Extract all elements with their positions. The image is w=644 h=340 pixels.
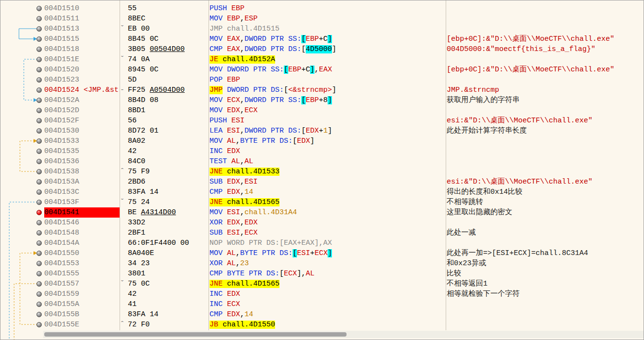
breakpoint-dot[interactable] <box>36 251 42 256</box>
breakpoint-dot[interactable] <box>36 77 42 83</box>
bytes-cell[interactable]: 42 <box>120 146 209 156</box>
comment-cell[interactable] <box>447 24 644 34</box>
address-cell[interactable]: 004D1523 <box>44 75 120 85</box>
disasm-row[interactable]: 004D15158B45 0CMOV EAX,DWORD PTR SS:[EBP… <box>0 34 644 44</box>
comment-cell[interactable]: JMP.&strncmp <box>447 85 644 95</box>
disasm-row[interactable]: 004D153Fˇ75 24JNE chall.4D1565不相等跳转 <box>0 197 644 207</box>
bytes-cell[interactable]: 2BD6 <box>120 177 209 187</box>
breakpoint-dot[interactable] <box>36 291 42 297</box>
instruction-cell[interactable]: MOV EDX,ECX <box>209 105 446 116</box>
address-cell[interactable]: 004D1555 <box>44 269 120 279</box>
breakpoint-dot[interactable] <box>36 261 42 266</box>
breakpoint-dot[interactable] <box>36 87 42 93</box>
breakpoint-dot[interactable] <box>36 57 42 62</box>
address-cell[interactable]: 004D1511 <box>44 14 120 24</box>
instruction-cell[interactable]: CMP EAX,DWORD PTR DS:[4D5000] <box>209 44 446 54</box>
comment-cell[interactable]: 这里取出隐藏的密文 <box>447 207 644 218</box>
disasm-row[interactable]: 004D155942INC EDX相等就检验下一个字符 <box>0 289 644 299</box>
address-cell[interactable]: 004D152A <box>44 95 120 105</box>
instruction-cell[interactable]: JE chall.4D152A <box>209 54 446 65</box>
instruction-cell[interactable]: INC EDX <box>209 146 446 156</box>
instruction-cell[interactable]: XOR AL,23 <box>209 258 446 269</box>
instruction-cell[interactable]: JNE chall.4D1565 <box>209 197 446 207</box>
comment-cell[interactable]: 此处一减 <box>447 228 644 238</box>
comment-cell[interactable]: 不相等返回1 <box>447 279 644 289</box>
comment-cell[interactable]: [ebp+0C]:&"D:\\桌面\\MoeCTF\\chall.exe" <box>447 34 644 44</box>
bytes-cell[interactable]: ˇEB 00 <box>120 24 209 34</box>
instruction-cell[interactable]: MOV AL,BYTE PTR DS:[EDX] <box>209 136 446 146</box>
disasm-row[interactable]: 004D155A41INC ECX <box>0 299 644 309</box>
breakpoint-dot[interactable] <box>36 179 42 185</box>
address-cell[interactable]: 004D153F <box>44 197 120 207</box>
address-cell[interactable]: 004D1530 <box>44 126 120 136</box>
comment-cell[interactable]: 此处再一加=>[ESI+ECX]=chall.8C31A4 <box>447 248 644 258</box>
disasm-row[interactable]: 004D15235DPOP EBP <box>0 75 644 85</box>
comment-cell[interactable] <box>447 136 644 146</box>
bytes-cell[interactable]: ˆ75 F9 <box>120 167 209 177</box>
instruction-cell[interactable]: INC EDX <box>209 289 446 299</box>
bytes-cell[interactable]: 66:0F1F4400 00 <box>120 238 209 248</box>
bytes-cell[interactable]: ˇ74 0A <box>120 54 209 65</box>
comment-cell[interactable] <box>447 218 644 228</box>
address-cell[interactable]: 004D1550 <box>44 248 120 258</box>
instruction-cell[interactable]: XOR EDX,EDX <box>209 218 446 228</box>
bytes-cell[interactable]: 83FA 14 <box>120 187 209 197</box>
bytes-cell[interactable]: -FF25 A0504D00 <box>120 85 209 95</box>
address-cell[interactable]: 004D155E <box>44 320 120 330</box>
breakpoint-dot[interactable] <box>36 98 42 103</box>
address-cell[interactable]: 004D153C <box>44 187 120 197</box>
disasm-row[interactable]: 004D15308D72 01LEA ESI,DWORD PTR DS:[EDX… <box>0 126 644 136</box>
bytes-cell[interactable]: 41 <box>120 299 209 309</box>
address-cell[interactable]: 004D154A <box>44 238 120 248</box>
disasm-row[interactable]: 004D1541BE A4314D00MOV ESI,chall.4D31A4这… <box>0 207 644 218</box>
instruction-cell[interactable]: PUSH EBP <box>209 3 446 14</box>
breakpoint-dot[interactable] <box>36 220 42 225</box>
bytes-cell[interactable]: 55 <box>120 3 209 14</box>
breakpoint-dot[interactable] <box>36 240 42 246</box>
bytes-cell[interactable]: 8B4D 08 <box>120 95 209 105</box>
bytes-cell[interactable]: 83FA 14 <box>120 309 209 320</box>
address-cell[interactable]: 004D1546 <box>44 218 120 228</box>
bytes-cell[interactable]: 8BEC <box>120 14 209 24</box>
scrollbar-thumb[interactable] <box>44 332 347 337</box>
disasm-row[interactable]: 004D1513ˇEB 00JMP chall.4D1515 <box>0 24 644 34</box>
bytes-cell[interactable]: 8B45 0C <box>120 34 209 44</box>
address-cell[interactable]: 004D1513 <box>44 24 120 34</box>
comment-cell[interactable] <box>447 146 644 156</box>
breakpoint-dot[interactable] <box>36 118 42 123</box>
breakpoint-dot[interactable] <box>36 322 42 327</box>
bytes-cell[interactable]: 8A040E <box>120 248 209 258</box>
comment-cell[interactable]: esi:&"D:\\桌面\\MoeCTF\\chall.exe" <box>447 177 644 187</box>
disasm-row[interactable]: 004D15508A040EMOV AL,BYTE PTR DS:[ESI+EC… <box>0 248 644 258</box>
breakpoint-dot[interactable] <box>36 271 42 276</box>
bytes-cell[interactable]: 3B05 00504D00 <box>120 44 209 54</box>
disasm-row[interactable]: 004D15208945 0CMOV DWORD PTR SS:[EBP+C],… <box>0 65 644 75</box>
address-cell[interactable]: 004D1548 <box>44 228 120 238</box>
instruction-cell[interactable]: INC ECX <box>209 299 446 309</box>
bytes-cell[interactable]: 2BF1 <box>120 228 209 238</box>
breakpoint-dot[interactable] <box>36 67 42 72</box>
bytes-cell[interactable]: 84C0 <box>120 156 209 167</box>
address-cell[interactable]: 004D1559 <box>44 289 120 299</box>
breakpoint-dot[interactable] <box>36 6 42 11</box>
comment-cell[interactable] <box>447 309 644 320</box>
instruction-cell[interactable]: PUSH ESI <box>209 116 446 126</box>
disasm-row[interactable]: 004D153A2BD6SUB EDX,ESIesi:&"D:\\桌面\\Moe… <box>0 177 644 187</box>
disasm-row[interactable]: 004D153684C0TEST AL,AL <box>0 156 644 167</box>
disasm-row[interactable]: 004D151055PUSH EBP <box>0 3 644 14</box>
bytes-cell[interactable]: 42 <box>120 289 209 299</box>
disasm-row[interactable]: 004D152D8BD1MOV EDX,ECX <box>0 105 644 116</box>
disasm-row[interactable]: 004D154633D2XOR EDX,EDX <box>0 218 644 228</box>
comment-cell[interactable]: 此处开始计算字符串长度 <box>447 126 644 136</box>
breakpoint-dot[interactable] <box>36 159 42 164</box>
instruction-cell[interactable]: MOV DWORD PTR SS:[EBP+C],EAX <box>209 65 446 75</box>
comment-cell[interactable] <box>447 3 644 14</box>
comment-cell[interactable] <box>447 299 644 309</box>
comment-cell[interactable]: esi:&"D:\\桌面\\MoeCTF\\chall.exe" <box>447 116 644 126</box>
breakpoint-dot[interactable] <box>36 281 42 287</box>
breakpoint-dot[interactable] <box>36 189 42 195</box>
comment-cell[interactable] <box>447 14 644 24</box>
instruction-cell[interactable]: JMP DWORD PTR DS:[<&strncmp>] <box>209 85 446 95</box>
disasm-row[interactable]: 004D154A66:0F1F4400 00NOP WORD PTR DS:[E… <box>0 238 644 248</box>
instruction-cell[interactable]: MOV EBP,ESP <box>209 14 446 24</box>
